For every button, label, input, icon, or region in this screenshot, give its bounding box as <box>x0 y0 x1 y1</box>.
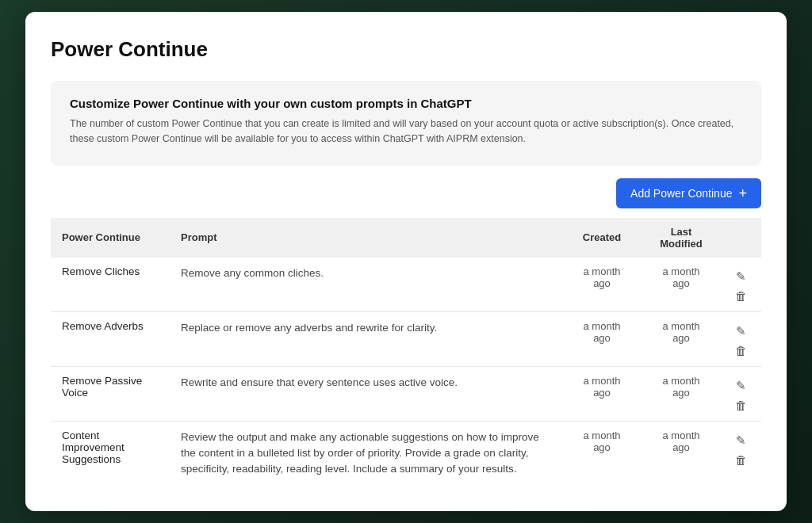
col-header-modified: Last Modified <box>642 218 721 258</box>
delete-button-1[interactable]: 🗑 <box>732 343 750 358</box>
delete-button-0[interactable]: 🗑 <box>732 288 750 303</box>
row-created-3: a month ago <box>562 421 642 485</box>
row-actions-3: ✎ 🗑 <box>721 421 761 485</box>
row-created-0: a month ago <box>562 258 642 312</box>
row-actions-1: ✎ 🗑 <box>721 311 761 366</box>
edit-button-3[interactable]: ✎ <box>733 433 749 448</box>
row-created-1: a month ago <box>562 311 642 366</box>
row-name-1: Remove Adverbs <box>51 311 170 366</box>
plus-icon: + <box>738 186 747 200</box>
row-modified-2: a month ago <box>642 366 721 421</box>
power-continue-table: Power Continue Prompt Created Last Modif… <box>51 218 761 486</box>
row-name-2: Remove Passive Voice <box>51 366 170 421</box>
action-icons-2: ✎ 🗑 <box>732 375 750 413</box>
row-modified-0: a month ago <box>642 258 721 312</box>
add-power-continue-button[interactable]: Add Power Continue + <box>616 178 761 208</box>
action-icons-1: ✎ 🗑 <box>732 320 750 358</box>
edit-button-1[interactable]: ✎ <box>733 323 749 338</box>
row-prompt-3: Review the output and make any actionabl… <box>170 421 562 485</box>
col-header-actions <box>721 218 761 258</box>
action-icons-0: ✎ 🗑 <box>732 265 750 303</box>
row-name-3: Content Improvement Suggestions <box>51 421 170 485</box>
row-prompt-1: Replace or remove any adverbs and rewrit… <box>170 311 562 366</box>
row-created-2: a month ago <box>562 366 642 421</box>
row-actions-0: ✎ 🗑 <box>721 258 761 312</box>
add-button-label: Add Power Continue <box>630 187 732 200</box>
table-header-row: Power Continue Prompt Created Last Modif… <box>51 218 761 258</box>
page-title: Power Continue <box>51 37 761 62</box>
table-row: Remove Adverbs Replace or remove any adv… <box>51 311 761 366</box>
toolbar: Add Power Continue + <box>51 166 761 218</box>
row-name-0: Remove Cliches <box>51 258 170 312</box>
info-box: Customize Power Continue with your own c… <box>51 81 761 166</box>
delete-button-3[interactable]: 🗑 <box>732 452 750 468</box>
table-row: Content Improvement Suggestions Review t… <box>51 421 761 485</box>
col-header-prompt: Prompt <box>170 218 562 258</box>
edit-button-0[interactable]: ✎ <box>733 269 749 284</box>
col-header-name: Power Continue <box>51 218 170 258</box>
modal-container: Power Continue Customize Power Continue … <box>25 12 787 510</box>
row-prompt-0: Remove any common cliches. <box>170 258 562 312</box>
row-modified-1: a month ago <box>642 311 721 366</box>
table-header: Power Continue Prompt Created Last Modif… <box>51 218 761 258</box>
table-row: Remove Passive Voice Rewrite and ensure … <box>51 366 761 421</box>
col-header-created: Created <box>562 218 642 258</box>
delete-button-2[interactable]: 🗑 <box>732 398 750 413</box>
row-prompt-2: Rewrite and ensure that every sentence u… <box>170 366 562 421</box>
action-icons-3: ✎ 🗑 <box>732 429 750 468</box>
row-actions-2: ✎ 🗑 <box>721 366 761 421</box>
edit-button-2[interactable]: ✎ <box>733 378 749 393</box>
table-row: Remove Cliches Remove any common cliches… <box>51 258 761 312</box>
table-body: Remove Cliches Remove any common cliches… <box>51 258 761 486</box>
info-description: The number of custom Power Continue that… <box>70 116 742 147</box>
info-title: Customize Power Continue with your own c… <box>70 97 742 110</box>
row-modified-3: a month ago <box>642 421 721 485</box>
